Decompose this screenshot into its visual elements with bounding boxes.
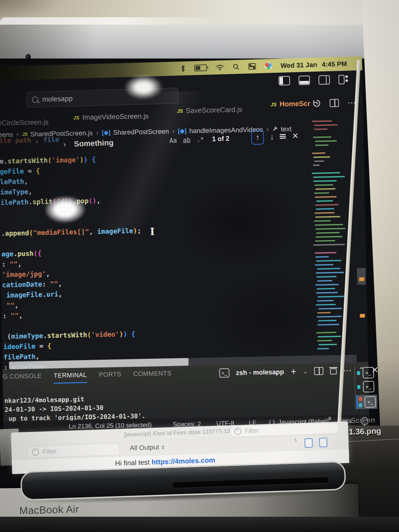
terminal-output[interactable]: nkar123/4molesapp.git24-01-30 -> IOS-202… xyxy=(4,393,146,423)
timeline-history-icon[interactable] xyxy=(312,99,321,108)
minimap-line xyxy=(315,252,336,254)
regex-toggle[interactable]: .* xyxy=(197,136,204,143)
table-shadow xyxy=(0,517,399,532)
search-value: molesapp xyxy=(42,94,73,103)
phone-speaker-slot xyxy=(172,477,329,488)
minimap-line xyxy=(315,224,343,226)
code-line: imeType, xyxy=(0,187,32,197)
scrollbar-slider[interactable] xyxy=(357,268,366,285)
code-line: 'image/jpg', xyxy=(2,269,50,279)
ibeam-cursor: I xyxy=(150,226,155,237)
minimap-line xyxy=(318,336,341,337)
minimap-line xyxy=(316,256,329,258)
phone-device-icon xyxy=(305,438,313,448)
panel-tab-comments[interactable]: COMMENTS xyxy=(133,370,172,382)
screen: Wed 31 Jan 4:45 PM molesapp yCircleScree… xyxy=(0,58,369,433)
find-expand-icon[interactable]: › xyxy=(63,139,66,149)
minimap-line xyxy=(319,308,342,309)
search-icon xyxy=(32,96,39,103)
terminal-dropdown-icon[interactable]: ⌄ xyxy=(303,368,308,374)
minimap-line xyxy=(317,340,332,341)
minimap-line xyxy=(316,188,335,190)
panel-tab-terminal[interactable]: TERMINAL xyxy=(54,371,87,384)
code-line: lePath, xyxy=(0,177,28,186)
kill-terminal-icon[interactable] xyxy=(330,367,337,374)
minimap-line xyxy=(315,264,333,266)
siri-icon[interactable] xyxy=(265,62,272,70)
terminal-list-item-selected[interactable]: >_ xyxy=(357,395,377,409)
minimap-line xyxy=(312,172,340,174)
photo-of-macbook: Wed 31 Jan 4:45 PM molesapp yCircleScree… xyxy=(0,0,399,532)
toggle-sidebar-icon[interactable] xyxy=(279,76,290,85)
minimap-line xyxy=(316,304,336,306)
minimap-line xyxy=(316,292,338,294)
close-find-icon[interactable]: ✕ xyxy=(292,131,299,141)
code-line: e.startsWith('image')) { xyxy=(0,155,96,166)
code-line: ilePath.split('/').pop(), xyxy=(0,196,101,207)
layout-controls xyxy=(279,75,350,85)
minimap-line xyxy=(317,312,331,314)
phone-link: https://4moles.com xyxy=(151,456,215,466)
battery-icon[interactable] xyxy=(194,65,207,71)
find-in-selection-icon[interactable] xyxy=(280,134,286,139)
minimap-line xyxy=(314,160,324,162)
toggle-panel-icon[interactable] xyxy=(299,75,310,85)
spotlight-icon[interactable] xyxy=(233,64,240,70)
match-case-toggle[interactable]: Aa xyxy=(169,137,177,144)
panel-tab-ports[interactable]: PORTS xyxy=(99,371,121,383)
minimap-line xyxy=(315,240,335,242)
toggle-secondary-sidebar-icon[interactable] xyxy=(319,75,330,85)
minimap-line xyxy=(313,176,345,178)
minimap-line xyxy=(315,216,340,218)
minimap-line xyxy=(317,348,329,349)
terminal-list-item[interactable]: >_ xyxy=(357,381,374,393)
minimap-line xyxy=(315,196,336,198)
panel-tabs: G CONSOLETERMINALPORTSCOMMENTS xyxy=(3,370,172,385)
find-input[interactable]: Something xyxy=(74,138,114,148)
code-line: filePath, xyxy=(3,352,40,361)
new-terminal-icon[interactable]: + xyxy=(291,366,297,377)
minimap-line xyxy=(315,212,334,214)
minimap-line xyxy=(315,144,329,146)
minimap-line xyxy=(317,300,333,302)
minimap-line xyxy=(314,192,329,194)
wifi-icon[interactable] xyxy=(215,64,224,71)
phone-device-icon xyxy=(319,438,328,447)
minimap-line xyxy=(313,165,320,166)
code-line: (mimeType.startsWith('video')) { xyxy=(3,330,135,341)
previous-match-button[interactable]: ↑ xyxy=(251,130,264,145)
minimap-line xyxy=(317,276,336,278)
minimap-line xyxy=(317,280,332,282)
minimap-line xyxy=(314,220,331,222)
minimap-line xyxy=(318,324,339,326)
next-match-button[interactable]: ↓ xyxy=(270,132,274,141)
code-line: ile path , file xyxy=(0,135,59,145)
minimap-line xyxy=(315,204,338,206)
minimap-line xyxy=(313,180,336,182)
code-line: imageFile.uri, xyxy=(2,290,63,300)
minimap-line xyxy=(316,208,334,210)
overview-marker xyxy=(359,277,364,281)
terminal-list-item[interactable]: >_ xyxy=(357,367,374,379)
code-line: geFile = { xyxy=(0,167,40,176)
minimap-line xyxy=(317,288,335,290)
laptop-bezel-top xyxy=(0,25,384,62)
bottom-panel: G CONSOLETERMINALPORTSCOMMENTS >_ zsh - … xyxy=(2,362,369,422)
terminal-title[interactable]: zsh - molesapp xyxy=(236,368,284,376)
phone-filter-field-left: Filter xyxy=(27,443,120,458)
control-center-icon[interactable] xyxy=(248,63,256,70)
split-editor-icon[interactable] xyxy=(330,99,339,107)
code-line: "", xyxy=(2,301,19,310)
whole-word-toggle[interactable]: ab xyxy=(183,136,191,144)
panel-more-icon[interactable]: ⋯ xyxy=(343,366,352,375)
wall-shadow xyxy=(0,0,63,20)
bluetooth-icon[interactable] xyxy=(180,65,186,72)
split-terminal-icon[interactable] xyxy=(314,367,324,375)
panel-tab-g-console[interactable]: G CONSOLE xyxy=(3,372,42,385)
minimap-line xyxy=(318,296,344,298)
menu-bar-clock[interactable]: Wed 31 Jan 4:45 PM xyxy=(281,60,347,69)
minimap-line xyxy=(315,284,338,286)
minimap-line xyxy=(316,236,342,238)
customize-layout-icon[interactable] xyxy=(338,75,350,83)
minimap-line xyxy=(319,344,337,345)
